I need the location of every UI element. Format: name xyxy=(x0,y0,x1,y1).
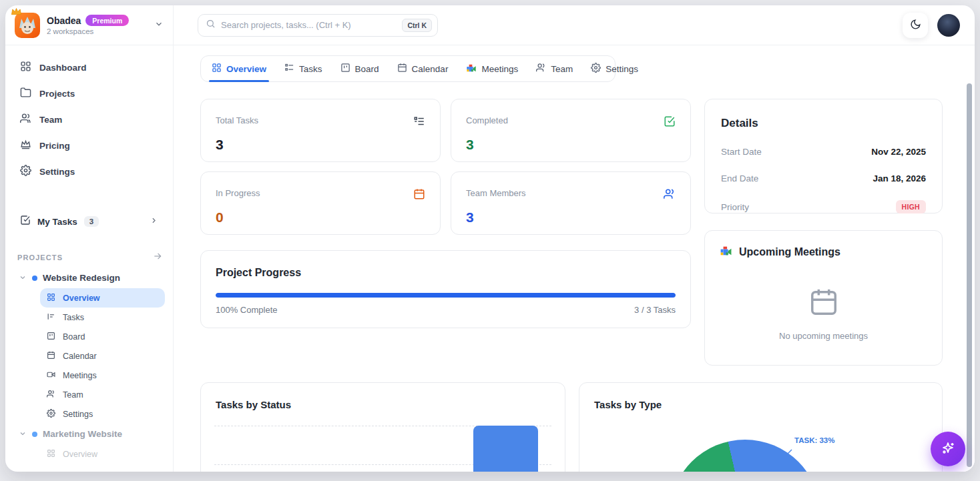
calendar-icon xyxy=(413,188,425,203)
gear-icon xyxy=(591,63,601,75)
top-header: Search projects, tasks... (Ctrl + K) Ctr… xyxy=(174,5,975,45)
sidebar-item-my-tasks[interactable]: My Tasks 3 xyxy=(13,209,165,234)
users-icon xyxy=(664,188,676,203)
tasks-by-status-title: Tasks by Status xyxy=(216,399,291,410)
project-subitem-overview[interactable]: Overview xyxy=(40,288,165,308)
tab-overview[interactable]: Overview xyxy=(212,56,266,81)
my-tasks-count-badge: 3 xyxy=(84,216,99,227)
tab-settings[interactable]: Settings xyxy=(591,56,638,81)
project-group-marketing-website[interactable]: Marketing Website xyxy=(13,424,165,444)
sidebar-item-projects[interactable]: Projects xyxy=(13,81,165,107)
kanban-icon xyxy=(340,63,350,75)
project-subitem-label: Overview xyxy=(63,294,100,303)
sidebar-item-label: Team xyxy=(39,115,62,125)
progress-bar xyxy=(216,293,676,298)
progress-bar-fill xyxy=(216,293,676,298)
stat-value: 3 xyxy=(466,137,676,153)
active-tab-underline xyxy=(209,80,269,82)
calendar-icon xyxy=(808,287,839,320)
project-subitem-team[interactable]: Team xyxy=(40,385,165,404)
vertical-scrollbar-thumb[interactable] xyxy=(967,83,972,467)
stat-card-team-members: Team Members 3 xyxy=(451,171,691,235)
sidebar-item-label: Pricing xyxy=(39,141,70,151)
users-icon xyxy=(536,63,546,75)
sidebar-item-label: Dashboard xyxy=(39,63,87,73)
priority-badge: HIGH xyxy=(896,200,926,213)
tasks-by-type-title: Tasks by Type xyxy=(594,399,662,410)
users-icon xyxy=(20,113,31,127)
gear-icon xyxy=(47,408,55,420)
search-placeholder: Search projects, tasks... (Ctrl + K) xyxy=(221,20,397,30)
calendar-icon xyxy=(397,63,407,75)
user-avatar[interactable] xyxy=(937,14,960,37)
project-subitem-tasks[interactable]: Tasks xyxy=(40,308,165,327)
tab-label: Settings xyxy=(605,64,638,74)
checklist-icon xyxy=(413,115,425,130)
premium-badge: Premium xyxy=(85,15,129,26)
stat-value: 0 xyxy=(216,209,425,225)
pie-slice-label: TASK: 33% xyxy=(794,436,835,444)
sidebar: Dashboard Projects Team Pricing Settings… xyxy=(5,45,174,472)
search-input[interactable]: Search projects, tasks... (Ctrl + K) Ctr… xyxy=(198,14,438,37)
details-title: Details xyxy=(721,117,926,130)
stat-label: Completed xyxy=(466,115,508,125)
tab-label: Tasks xyxy=(299,64,322,74)
pie-label-leader-line xyxy=(769,444,798,472)
project-group-website-redesign[interactable]: Website Redesign xyxy=(13,268,165,288)
project-subitem-board[interactable]: Board xyxy=(40,327,165,346)
sidebar-item-settings[interactable]: Settings xyxy=(13,159,165,185)
project-subitem-label: Board xyxy=(63,332,85,342)
project-subitem-label: Team xyxy=(63,390,83,400)
end-date-label: End Date xyxy=(721,173,758,183)
stat-value: 3 xyxy=(216,137,425,153)
kanban-icon xyxy=(47,331,55,343)
workspace-switcher[interactable]: Obadea Premium 2 workspaces xyxy=(5,5,174,45)
workspace-info: Obadea Premium 2 workspaces xyxy=(47,15,148,35)
tab-team[interactable]: Team xyxy=(536,56,573,81)
sidebar-item-label: Settings xyxy=(39,167,75,177)
project-subitem-settings[interactable]: Settings xyxy=(40,404,165,424)
tab-board[interactable]: Board xyxy=(340,56,379,81)
sidebar-item-dashboard[interactable]: Dashboard xyxy=(13,55,165,81)
search-icon xyxy=(206,19,216,31)
project-subitem-overview[interactable]: Overview xyxy=(40,444,165,464)
grid-icon xyxy=(20,61,31,75)
arrow-right-icon[interactable] xyxy=(153,252,162,264)
stat-card-total-tasks: Total Tasks 3 xyxy=(200,99,441,162)
check-square-icon xyxy=(20,215,31,228)
tasks-by-type-card: Tasks by Type TASK: 33% xyxy=(579,382,943,472)
sidebar-item-pricing[interactable]: Pricing xyxy=(13,133,165,159)
meetings-title: Upcoming Meetings xyxy=(739,246,840,258)
project-subitem-calendar[interactable]: Calendar xyxy=(40,346,165,366)
stat-card-completed: Completed 3 xyxy=(451,99,691,162)
sidebar-item-label: Projects xyxy=(39,89,75,99)
project-subitem-meetings[interactable]: Meetings xyxy=(40,366,165,385)
theme-toggle-button[interactable] xyxy=(903,13,928,38)
desktop-background: Obadea Premium 2 workspaces Search proje… xyxy=(0,0,980,481)
project-subitem-label: Meetings xyxy=(63,371,97,380)
search-shortcut-badge: Ctrl K xyxy=(402,19,432,32)
chevron-right-icon xyxy=(150,215,158,227)
tab-calendar[interactable]: Calendar xyxy=(397,56,449,81)
tab-tasks[interactable]: Tasks xyxy=(284,56,322,81)
workspace-avatar xyxy=(15,13,40,38)
chevron-down-icon xyxy=(154,19,164,31)
stat-value: 3 xyxy=(466,209,676,225)
tab-label: Meetings xyxy=(481,64,518,74)
project-subitem-label: Tasks xyxy=(63,313,84,322)
tab-label: Calendar xyxy=(412,64,449,74)
folder-icon xyxy=(20,87,31,101)
chevron-down-icon xyxy=(19,428,27,440)
project-tabbar: Overview Tasks Board Calendar Mee xyxy=(200,55,616,82)
priority-label: Priority xyxy=(721,202,749,212)
sparkles-icon xyxy=(940,440,956,458)
sidebar-item-team[interactable]: Team xyxy=(13,107,165,133)
google-meet-icon xyxy=(720,246,732,259)
project-name: Marketing Website xyxy=(43,429,122,439)
video-icon xyxy=(47,370,55,382)
moon-icon xyxy=(910,19,921,32)
bar-chart-bar[interactable] xyxy=(473,426,538,472)
ai-assistant-button[interactable] xyxy=(931,432,965,466)
progress-tasks-text: 3 / 3 Tasks xyxy=(634,305,676,315)
tab-meetings[interactable]: Meetings xyxy=(466,56,518,81)
